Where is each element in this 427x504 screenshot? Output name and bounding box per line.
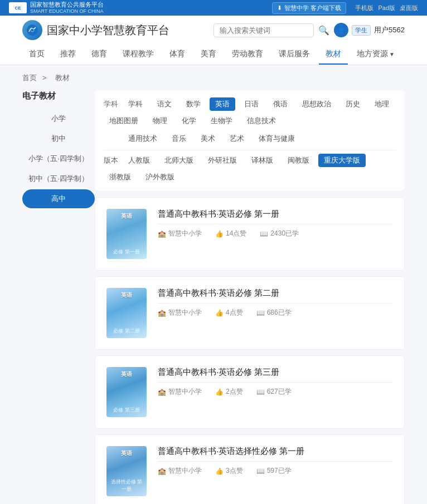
download-icon: ⬇ (277, 4, 282, 12)
book-divider (158, 224, 393, 224)
filter-edition-3[interactable]: 译林版 (246, 154, 279, 167)
filter-subject-12[interactable]: 生物学 (205, 114, 238, 128)
filter-subject-13[interactable]: 信息技术 (241, 114, 282, 128)
filter-edition-5[interactable]: 重庆大学版 (318, 154, 366, 167)
filter-edition-2[interactable]: 外研社版 (202, 154, 242, 167)
nav-sports[interactable]: 体育 (163, 45, 192, 65)
filter-edition-0[interactable]: 人教版 (123, 154, 156, 167)
filter-subject-8[interactable]: 地理 (369, 97, 395, 111)
book-item[interactable]: 英语 必修 第二册 普通高中教科书·英语必修 第二册 🏫 智慧中小学 👍 4点赞… (95, 276, 405, 350)
book-cover-title: 英语 (109, 212, 144, 220)
book-cover: 英语 必修 第三册 (106, 367, 147, 417)
nav-art[interactable]: 美育 (194, 45, 223, 65)
publisher-name: 智慧中小学 (168, 308, 202, 317)
book-info: 普通高中教科书·英语选择性必修 第一册 🏫 智慧中小学 👍 3点赞 📖 597已… (158, 446, 393, 476)
likes-count: 4点赞 (226, 308, 243, 317)
book-title: 普通高中教科书·英语必修 第二册 (158, 288, 393, 299)
nav-afterschool[interactable]: 课后服务 (272, 45, 317, 65)
filter-subject-16[interactable]: 美术 (195, 132, 221, 145)
desktop-link[interactable]: 桌面版 (400, 4, 418, 12)
sidebar-item-senior[interactable]: 高中 (22, 189, 95, 208)
book-cover-title: 英语 (109, 449, 144, 457)
edition-label: 版本 (104, 155, 119, 165)
filter-subject-15[interactable]: 音乐 (166, 132, 192, 145)
nav-labor[interactable]: 劳动教育 (225, 45, 270, 65)
svg-point-0 (27, 25, 38, 36)
filter-subject-6[interactable]: 思想政治 (297, 97, 337, 111)
book-publisher: 🏫 智慧中小学 (158, 387, 202, 397)
mobile-link[interactable]: 手机版 (355, 4, 373, 12)
book-meta: 🏫 智慧中小学 👍 2点赞 📖 627已学 (158, 387, 393, 397)
header: 国家中小学智慧教育平台 🔍 👤 学生 用户5562 首页 推荐 德育 课程教学 … (0, 16, 427, 65)
nav-recommend[interactable]: 推荐 (54, 45, 83, 65)
logo-icon (22, 20, 42, 40)
pad-link[interactable]: Pad版 (378, 4, 395, 12)
book-cover: 英语 必修 第二册 (106, 288, 147, 338)
book-meta: 🏫 智慧中小学 👍 4点赞 📖 686已学 (158, 308, 393, 317)
book-item[interactable]: 英语 必修 第三册 普通高中教科书·英语必修 第三册 🏫 智慧中小学 👍 2点赞… (95, 355, 405, 429)
device-links: 手机版 Pad版 桌面版 (355, 4, 418, 12)
sidebar-item-primary54[interactable]: 小学（五·四学制） (22, 149, 95, 168)
download-button[interactable]: ⬇ 智慧中学 客户端下载 (272, 2, 346, 14)
sidebar-item-junior54[interactable]: 初中（五·四学制） (22, 169, 95, 188)
nav-moral[interactable]: 德育 (85, 45, 114, 65)
book-title: 普通高中教科书·英语必修 第三册 (158, 367, 393, 378)
book-info: 普通高中教科书·英语必修 第二册 🏫 智慧中小学 👍 4点赞 📖 686已学 (158, 288, 393, 317)
breadcrumb-home[interactable]: 首页 (22, 74, 37, 82)
reader-icon: 📖 (260, 230, 268, 238)
filter-edition-6[interactable]: 浙教版 (104, 170, 137, 184)
likes-count: 3点赞 (226, 466, 243, 476)
filter-divider (104, 150, 396, 150)
book-publisher: 🏫 智慧中小学 (158, 308, 202, 317)
book-title: 普通高中教科书·英语选择性必修 第一册 (158, 446, 393, 457)
filter-subject-1[interactable]: 语文 (152, 97, 177, 111)
main-content: 学科 学科 语文 数学 英语 日语 俄语 思想政治 历史 地理 地图图册 物理 … (95, 91, 405, 504)
filter-subject-10[interactable]: 物理 (147, 114, 173, 128)
filter-subject-7[interactable]: 历史 (340, 97, 366, 111)
filter-subject-5[interactable]: 俄语 (268, 97, 293, 111)
filter-subject-0[interactable]: 学科 (123, 97, 148, 111)
subject-filter-row: 学科 学科 语文 数学 英语 日语 俄语 思想政治 历史 地理 地图图册 物理 … (104, 97, 396, 128)
nav-course[interactable]: 课程教学 (116, 45, 161, 65)
filter-subject-3[interactable]: 英语 (210, 97, 235, 111)
filter-subject-4[interactable]: 日语 (239, 97, 264, 111)
site-title: 国家中小学智慧教育平台 (47, 23, 169, 38)
school-icon: 🏫 (158, 467, 166, 475)
book-cover-subtitle: 必修 第一册 (109, 248, 144, 256)
filter-edition-7[interactable]: 沪外教版 (140, 170, 180, 184)
book-cover-title: 英语 (109, 291, 144, 299)
filter-subject-17[interactable]: 艺术 (224, 132, 250, 145)
reader-icon: 📖 (256, 309, 265, 317)
sidebar-item-junior[interactable]: 初中 (22, 129, 95, 148)
book-item[interactable]: 英语 必修 第一册 普通高中教科书·英语必修 第一册 🏫 智慧中小学 👍 14点… (95, 197, 405, 271)
site-logo: 国家中小学智慧教育平台 (22, 20, 169, 40)
filter-subject-14[interactable]: 通用技术 (123, 132, 163, 145)
search-input[interactable] (213, 23, 314, 37)
school-icon: 🏫 (158, 309, 166, 317)
header-logo-row: 国家中小学智慧教育平台 🔍 👤 学生 用户5562 (0, 20, 427, 45)
book-info: 普通高中教科书·英语必修 第一册 🏫 智慧中小学 👍 14点赞 📖 2430已学 (158, 209, 393, 238)
filter-subject-18[interactable]: 体育与健康 (253, 132, 300, 145)
subject-filter-row2: 通用技术 音乐 美术 艺术 体育与健康 (104, 132, 396, 145)
filter-subject-11[interactable]: 化学 (176, 114, 202, 128)
search-button[interactable]: 🔍 (318, 25, 329, 36)
book-item[interactable]: 英语 选择性必修 第一册 普通高中教科书·英语选择性必修 第一册 🏫 智慧中小学… (95, 434, 405, 504)
nav-textbook[interactable]: 教材 (319, 45, 348, 65)
filter-edition-1[interactable]: 北师大版 (159, 154, 199, 167)
book-list: 英语 必修 第一册 普通高中教科书·英语必修 第一册 🏫 智慧中小学 👍 14点… (95, 197, 405, 504)
filter-subject-2[interactable]: 数学 (181, 97, 206, 111)
sidebar-title: 电子教材 (22, 91, 95, 101)
book-info: 普通高中教科书·英语必修 第三册 🏫 智慧中小学 👍 2点赞 📖 627已学 (158, 367, 393, 397)
user-badge: 学生 (352, 25, 371, 36)
nav-local[interactable]: 地方资源 ▼ (350, 45, 401, 65)
nav-home[interactable]: 首页 (22, 45, 51, 65)
filter-edition-4[interactable]: 闽教版 (282, 154, 315, 167)
top-bar-right: ⬇ 智慧中学 客户端下载 手机版 Pad版 桌面版 (272, 2, 418, 14)
book-cover-subtitle: 必修 第三册 (109, 407, 144, 414)
sidebar-item-primary[interactable]: 小学 (22, 109, 95, 128)
likes-count: 14点赞 (226, 229, 246, 238)
book-divider (158, 303, 393, 304)
book-likes: 👍 2点赞 (215, 387, 243, 397)
avatar: 👤 (334, 23, 348, 37)
filter-subject-9[interactable]: 地图图册 (104, 114, 144, 128)
